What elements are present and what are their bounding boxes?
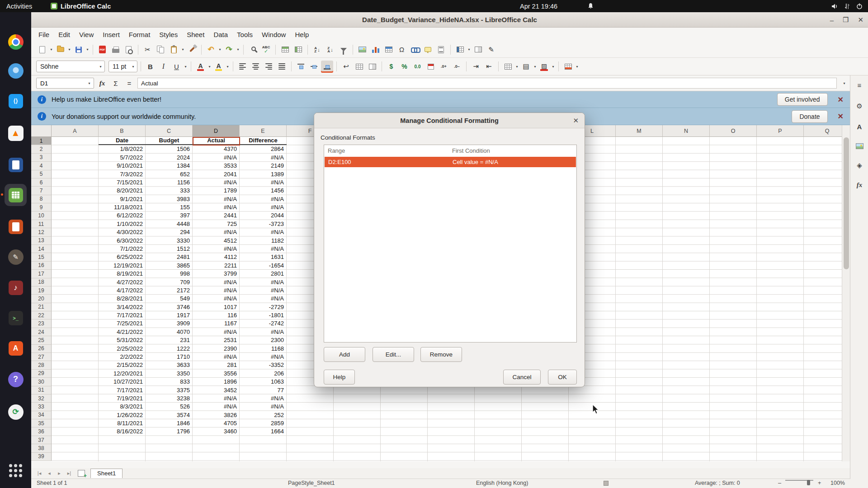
cell-D23[interactable]: 1167 xyxy=(193,319,240,328)
row-header-17[interactable]: 17 xyxy=(31,270,52,278)
bold-button[interactable]: B xyxy=(144,61,156,73)
pivot-table-icon[interactable] xyxy=(382,43,395,56)
sheet-tab-sheet1[interactable]: Sheet1 xyxy=(90,469,123,478)
cell-E28[interactable]: -3352 xyxy=(240,361,287,369)
edit-button[interactable]: Edit... xyxy=(373,347,414,362)
print-icon[interactable] xyxy=(109,43,122,56)
next-sheet-icon[interactable]: ▸ xyxy=(55,470,63,476)
ok-button[interactable]: OK xyxy=(548,370,577,385)
cell-B5[interactable]: 7/3/2022 xyxy=(99,170,146,178)
cell-E19[interactable]: #N/A xyxy=(240,286,287,295)
row-header-27[interactable]: 27 xyxy=(31,353,52,361)
cell-C17[interactable]: 998 xyxy=(146,270,193,278)
cell-E11[interactable]: -3723 xyxy=(240,220,287,228)
row-header-33[interactable]: 33 xyxy=(31,403,52,411)
cell-B18[interactable]: 4/27/2022 xyxy=(99,278,146,286)
cell-C27[interactable]: 1710 xyxy=(146,353,193,361)
paste-icon[interactable] xyxy=(168,43,180,56)
cell-D6[interactable]: #N/A xyxy=(193,178,240,187)
row-header-4[interactable]: 4 xyxy=(31,162,52,170)
conditional-format-row-selected[interactable]: D2:E100 Cell value = #N/A xyxy=(325,157,576,167)
cell-D29[interactable]: 3556 xyxy=(193,370,240,378)
chromium-icon[interactable] xyxy=(5,60,27,82)
notification-bell-icon[interactable] xyxy=(588,3,594,10)
cell-D4[interactable]: 3533 xyxy=(193,162,240,170)
conditional-formats-list[interactable]: Range First Condition D2:E100 Cell value… xyxy=(324,145,577,343)
cell-B8[interactable]: 9/1/2021 xyxy=(99,195,146,203)
vlc-icon[interactable]: ▲ xyxy=(5,122,27,144)
cell-D33[interactable]: #N/A xyxy=(193,403,240,411)
expand-formula-bar-icon[interactable]: ▾ xyxy=(842,81,846,85)
copy-icon[interactable] xyxy=(155,43,167,56)
menu-data[interactable]: Data xyxy=(209,29,232,40)
cell-D12[interactable]: #N/A xyxy=(193,228,240,236)
cell-B26[interactable]: 2/25/2022 xyxy=(99,345,146,353)
cell-C1[interactable]: Budget xyxy=(146,137,193,145)
cell-E12[interactable]: #N/A xyxy=(240,228,287,236)
font-color-button[interactable]: A xyxy=(194,61,207,73)
align-top-icon[interactable] xyxy=(295,61,307,73)
cell-C16[interactable]: 3865 xyxy=(146,262,193,270)
insert-image-icon[interactable] xyxy=(356,43,368,56)
cell-C30[interactable]: 833 xyxy=(146,378,193,386)
add-button[interactable]: Add xyxy=(324,347,365,362)
menu-edit[interactable]: Edit xyxy=(54,29,75,40)
cell-B19[interactable]: 4/17/2022 xyxy=(99,286,146,295)
cell-C24[interactable]: 4070 xyxy=(146,328,193,336)
column-header-B[interactable]: B xyxy=(99,125,146,137)
zoom-level[interactable]: 100% xyxy=(830,480,845,486)
cell-B23[interactable]: 7/25/2021 xyxy=(99,319,146,328)
cell-E22[interactable]: -1801 xyxy=(240,311,287,319)
align-right-icon[interactable] xyxy=(263,61,275,73)
cell-E7[interactable]: 1456 xyxy=(240,187,287,195)
justify-icon[interactable] xyxy=(276,61,288,73)
cell-D3[interactable]: #N/A xyxy=(193,154,240,162)
maximize-button[interactable]: ❒ xyxy=(843,16,849,24)
cell-E2[interactable]: 2864 xyxy=(240,145,287,153)
row-header-13[interactable]: 13 xyxy=(31,237,52,245)
last-sheet-icon[interactable]: ▸| xyxy=(65,470,73,476)
row-header-35[interactable]: 35 xyxy=(31,419,52,427)
row-header-32[interactable]: 32 xyxy=(31,394,52,403)
cell-E21[interactable]: -2729 xyxy=(240,303,287,311)
row-header-36[interactable]: 36 xyxy=(31,427,52,436)
cell-D24[interactable]: #N/A xyxy=(193,328,240,336)
row-header-29[interactable]: 29 xyxy=(31,370,52,378)
row-header-16[interactable]: 16 xyxy=(31,262,52,270)
menu-help[interactable]: Help xyxy=(290,29,313,40)
cell-C9[interactable]: 155 xyxy=(146,203,193,211)
increase-indent-icon[interactable]: ⇥ xyxy=(470,61,482,73)
menu-window[interactable]: Window xyxy=(257,29,290,40)
delete-decimal-icon[interactable]: .0– xyxy=(451,61,463,73)
column-header-P[interactable]: P xyxy=(757,125,804,137)
software-updater-icon[interactable]: ⟳ xyxy=(5,401,27,423)
underline-button[interactable]: U xyxy=(170,61,183,73)
cell-C31[interactable]: 3375 xyxy=(146,386,193,394)
cell-D27[interactable]: #N/A xyxy=(193,353,240,361)
cell-D31[interactable]: 3452 xyxy=(193,386,240,394)
cell-D5[interactable]: 2041 xyxy=(193,170,240,178)
row-header-28[interactable]: 28 xyxy=(31,361,52,369)
cell-D20[interactable]: #N/A xyxy=(193,295,240,303)
row-header-9[interactable]: 9 xyxy=(31,203,52,211)
cell-D10[interactable]: 2441 xyxy=(193,211,240,220)
donate-button[interactable]: Donate xyxy=(792,110,827,123)
cell-C20[interactable]: 549 xyxy=(146,295,193,303)
cell-D14[interactable]: #N/A xyxy=(193,245,240,253)
cell-C7[interactable]: 333 xyxy=(146,187,193,195)
cell-D8[interactable]: #N/A xyxy=(193,195,240,203)
hyperlink-icon[interactable] xyxy=(409,43,421,56)
cell-E10[interactable]: 2044 xyxy=(240,211,287,220)
terminal-icon[interactable]: >_ xyxy=(5,307,27,329)
vscode-icon[interactable]: ⟨⟩ xyxy=(5,90,27,112)
cell-C5[interactable]: 652 xyxy=(146,170,193,178)
headers-footers-icon[interactable] xyxy=(435,43,447,56)
cell-D32[interactable]: #N/A xyxy=(193,394,240,403)
cell-B36[interactable]: 8/16/2022 xyxy=(99,427,146,436)
cell-C25[interactable]: 231 xyxy=(146,336,193,344)
merge-cells-icon[interactable] xyxy=(353,61,365,73)
functions-icon[interactable]: fx xyxy=(854,179,865,191)
cancel-button[interactable]: Cancel xyxy=(503,370,541,385)
cell-B12[interactable]: 4/30/2022 xyxy=(99,228,146,236)
undo-icon[interactable]: ↶ xyxy=(205,43,217,56)
